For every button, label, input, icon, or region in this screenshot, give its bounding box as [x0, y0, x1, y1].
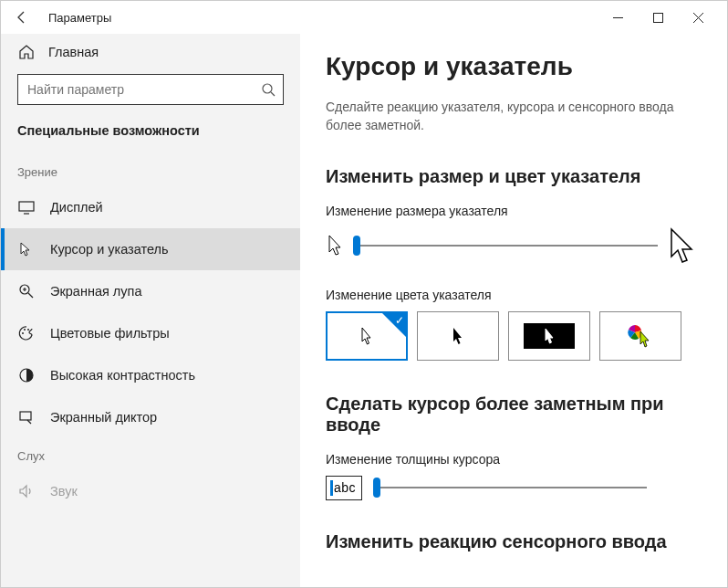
svg-rect-8	[20, 412, 31, 420]
home-label: Главная	[48, 45, 99, 59]
sidebar-item-label: Цветовые фильтры	[50, 326, 170, 341]
palette-icon	[17, 324, 36, 342]
sidebar-item-label: Экранный диктор	[50, 410, 157, 425]
section-title: Специальные возможности	[1, 123, 300, 154]
sidebar-item-cursor[interactable]: Курсор и указатель	[1, 228, 300, 270]
sidebar-home[interactable]: Главная	[1, 34, 300, 74]
sidebar-item-magnifier[interactable]: Экранная лупа	[1, 270, 300, 312]
section-cursor-heading: Сделать курсор более заметным при вводе	[326, 394, 696, 436]
svg-rect-2	[19, 202, 34, 211]
sidebar-item-highcontrast[interactable]: Высокая контрастность	[1, 354, 300, 396]
main-content: Курсор и указатель Сделайте реакцию указ…	[300, 34, 727, 587]
sidebar-item-label: Звук	[50, 484, 78, 499]
cursor-thickness-label: Изменение толщины курсора	[326, 452, 696, 467]
color-opt-white[interactable]: ✓	[326, 311, 408, 361]
color-opt-custom[interactable]	[599, 311, 681, 361]
search-input[interactable]	[18, 75, 283, 104]
check-icon: ✓	[395, 314, 404, 327]
group-vision: Зрение	[1, 154, 300, 186]
svg-point-5	[24, 329, 26, 331]
abc-text: abc	[334, 480, 356, 495]
cursor-small-icon	[326, 234, 344, 257]
color-opt-black[interactable]	[417, 311, 499, 361]
close-button[interactable]	[678, 3, 718, 32]
pointer-size-label: Изменение размера указателя	[326, 204, 696, 218]
magnifier-icon	[17, 282, 36, 300]
sidebar-item-colorfilters[interactable]: Цветовые фильтры	[1, 312, 300, 354]
search-input-wrap[interactable]	[17, 74, 284, 105]
sidebar-item-label: Экранная лупа	[50, 284, 141, 299]
sidebar-item-narrator[interactable]: Экранный диктор	[1, 396, 300, 438]
section-pointer-heading: Изменить размер и цвет указателя	[326, 166, 696, 187]
svg-point-4	[22, 332, 24, 334]
sidebar-item-label: Дисплей	[50, 200, 103, 215]
search-icon	[261, 82, 276, 97]
minimize-button[interactable]	[598, 3, 638, 32]
svg-point-6	[27, 329, 29, 331]
sound-icon	[17, 482, 36, 500]
svg-rect-0	[653, 13, 662, 22]
back-button[interactable]	[14, 9, 41, 26]
cursor-thickness-slider[interactable]	[373, 476, 647, 499]
narrator-icon	[17, 408, 36, 426]
cursor-large-icon	[667, 227, 696, 264]
sidebar: Главная Специальные возможности Зрение Д…	[1, 34, 300, 587]
home-icon	[17, 43, 36, 61]
page-title: Курсор и указатель	[326, 52, 696, 81]
display-icon	[17, 198, 36, 216]
sidebar-item-sound[interactable]: Звук	[1, 470, 300, 512]
page-desc: Сделайте реакцию указателя, курсора и се…	[326, 98, 696, 135]
pointer-color-label: Изменение цвета указателя	[326, 288, 696, 302]
pointer-size-slider[interactable]	[353, 234, 658, 257]
maximize-button[interactable]	[638, 3, 678, 32]
section-touch-heading: Изменить реакцию сенсорного ввода	[326, 531, 696, 552]
color-opt-inverted[interactable]	[508, 311, 590, 361]
thickness-preview: abc	[326, 476, 362, 500]
window-title: Параметры	[48, 11, 111, 25]
cursor-icon	[17, 240, 36, 258]
sidebar-item-display[interactable]: Дисплей	[1, 186, 300, 228]
sidebar-item-label: Высокая контрастность	[50, 368, 195, 383]
svg-point-1	[263, 84, 272, 93]
contrast-icon	[17, 366, 36, 384]
sidebar-item-label: Курсор и указатель	[50, 242, 169, 257]
group-hearing: Слух	[1, 438, 300, 470]
